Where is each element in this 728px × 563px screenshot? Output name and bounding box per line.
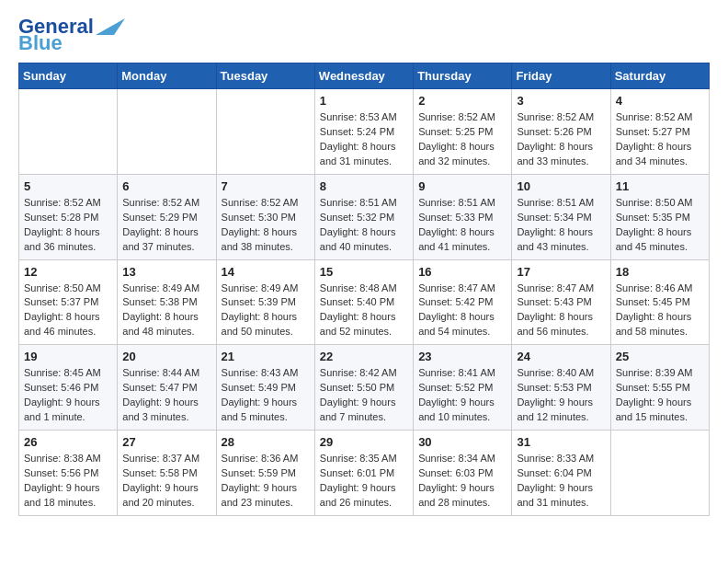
day-number: 17	[517, 265, 605, 279]
day-info: Sunrise: 8:40 AMSunset: 5:53 PMDaylight:…	[517, 366, 605, 425]
day-cell: 4Sunrise: 8:52 AMSunset: 5:27 PMDaylight…	[610, 89, 709, 175]
day-cell: 13Sunrise: 8:49 AMSunset: 5:38 PMDayligh…	[118, 259, 216, 345]
weekday-label-saturday: Saturday	[610, 63, 709, 89]
day-number: 12	[24, 265, 112, 279]
day-number: 26	[24, 435, 112, 449]
day-cell: 5Sunrise: 8:52 AMSunset: 5:28 PMDaylight…	[19, 174, 118, 259]
day-cell: 18Sunrise: 8:46 AMSunset: 5:45 PMDayligh…	[610, 259, 709, 345]
svg-marker-0	[96, 18, 125, 35]
day-cell: 24Sunrise: 8:40 AMSunset: 5:53 PMDayligh…	[512, 345, 610, 431]
day-number: 3	[517, 94, 605, 108]
day-info: Sunrise: 8:41 AMSunset: 5:52 PMDaylight:…	[418, 366, 506, 425]
day-info: Sunrise: 8:50 AMSunset: 5:35 PMDaylight:…	[616, 196, 704, 255]
day-cell: 29Sunrise: 8:35 AMSunset: 6:01 PMDayligh…	[314, 431, 413, 516]
day-info: Sunrise: 8:49 AMSunset: 5:38 PMDaylight:…	[122, 282, 210, 340]
calendar-body: 1Sunrise: 8:53 AMSunset: 5:24 PMDaylight…	[19, 89, 710, 516]
weekday-label-monday: Monday	[118, 63, 216, 89]
header: General Blue	[18, 17, 710, 53]
day-number: 11	[616, 179, 704, 193]
day-info: Sunrise: 8:47 AMSunset: 5:43 PMDaylight:…	[517, 282, 605, 340]
day-info: Sunrise: 8:38 AMSunset: 5:56 PMDaylight:…	[24, 452, 112, 511]
day-cell	[19, 89, 118, 175]
day-cell: 12Sunrise: 8:50 AMSunset: 5:37 PMDayligh…	[19, 259, 118, 345]
day-info: Sunrise: 8:48 AMSunset: 5:40 PMDaylight:…	[320, 282, 408, 340]
day-number: 8	[320, 179, 408, 193]
day-number: 27	[122, 435, 210, 449]
weekday-label-wednesday: Wednesday	[314, 63, 413, 89]
day-cell: 3Sunrise: 8:52 AMSunset: 5:26 PMDaylight…	[512, 89, 610, 175]
day-number: 21	[222, 350, 310, 363]
day-info: Sunrise: 8:39 AMSunset: 5:55 PMDaylight:…	[616, 366, 704, 425]
day-info: Sunrise: 8:33 AMSunset: 6:04 PMDaylight:…	[517, 452, 605, 511]
calendar-table: SundayMondayTuesdayWednesdayThursdayFrid…	[18, 63, 710, 516]
week-row-3: 12Sunrise: 8:50 AMSunset: 5:37 PMDayligh…	[19, 259, 710, 345]
day-info: Sunrise: 8:45 AMSunset: 5:46 PMDaylight:…	[24, 366, 112, 425]
day-cell: 31Sunrise: 8:33 AMSunset: 6:04 PMDayligh…	[512, 431, 610, 516]
day-cell: 22Sunrise: 8:42 AMSunset: 5:50 PMDayligh…	[314, 345, 413, 431]
day-cell: 7Sunrise: 8:52 AMSunset: 5:30 PMDaylight…	[216, 174, 314, 259]
weekday-header-row: SundayMondayTuesdayWednesdayThursdayFrid…	[19, 63, 710, 89]
day-info: Sunrise: 8:34 AMSunset: 6:03 PMDaylight:…	[418, 452, 506, 511]
day-info: Sunrise: 8:52 AMSunset: 5:27 PMDaylight:…	[616, 110, 704, 169]
logo-icon	[96, 17, 125, 37]
day-number: 5	[24, 179, 112, 193]
day-cell: 16Sunrise: 8:47 AMSunset: 5:42 PMDayligh…	[414, 259, 512, 345]
day-number: 10	[517, 179, 605, 193]
day-info: Sunrise: 8:43 AMSunset: 5:49 PMDaylight:…	[222, 366, 310, 425]
day-cell: 27Sunrise: 8:37 AMSunset: 5:58 PMDayligh…	[118, 431, 216, 516]
day-number: 23	[418, 350, 506, 363]
day-number: 18	[616, 265, 704, 279]
weekday-label-friday: Friday	[512, 63, 610, 89]
day-number: 24	[517, 350, 605, 363]
week-row-2: 5Sunrise: 8:52 AMSunset: 5:28 PMDaylight…	[19, 174, 710, 259]
day-number: 4	[616, 94, 704, 108]
day-cell: 17Sunrise: 8:47 AMSunset: 5:43 PMDayligh…	[512, 259, 610, 345]
day-cell: 8Sunrise: 8:51 AMSunset: 5:32 PMDaylight…	[314, 174, 413, 259]
day-cell: 21Sunrise: 8:43 AMSunset: 5:49 PMDayligh…	[216, 345, 314, 431]
day-info: Sunrise: 8:52 AMSunset: 5:30 PMDaylight:…	[222, 196, 310, 255]
day-cell: 2Sunrise: 8:52 AMSunset: 5:25 PMDaylight…	[414, 89, 512, 175]
day-number: 16	[418, 265, 506, 279]
day-info: Sunrise: 8:53 AMSunset: 5:24 PMDaylight:…	[320, 110, 408, 169]
day-info: Sunrise: 8:52 AMSunset: 5:29 PMDaylight:…	[122, 196, 210, 255]
day-cell: 15Sunrise: 8:48 AMSunset: 5:40 PMDayligh…	[314, 259, 413, 345]
day-cell: 25Sunrise: 8:39 AMSunset: 5:55 PMDayligh…	[610, 345, 709, 431]
day-cell	[610, 431, 709, 516]
day-number: 13	[122, 265, 210, 279]
day-number: 25	[616, 350, 704, 363]
day-info: Sunrise: 8:35 AMSunset: 6:01 PMDaylight:…	[320, 452, 408, 511]
day-cell: 6Sunrise: 8:52 AMSunset: 5:29 PMDaylight…	[118, 174, 216, 259]
week-row-1: 1Sunrise: 8:53 AMSunset: 5:24 PMDaylight…	[19, 89, 710, 175]
day-info: Sunrise: 8:52 AMSunset: 5:26 PMDaylight:…	[517, 110, 605, 169]
day-info: Sunrise: 8:51 AMSunset: 5:33 PMDaylight:…	[418, 196, 506, 255]
day-info: Sunrise: 8:49 AMSunset: 5:39 PMDaylight:…	[222, 282, 310, 340]
day-info: Sunrise: 8:36 AMSunset: 5:59 PMDaylight:…	[222, 452, 310, 511]
day-number: 28	[222, 435, 310, 449]
day-info: Sunrise: 8:42 AMSunset: 5:50 PMDaylight:…	[320, 366, 408, 425]
day-number: 14	[222, 265, 310, 279]
day-cell: 9Sunrise: 8:51 AMSunset: 5:33 PMDaylight…	[414, 174, 512, 259]
day-info: Sunrise: 8:37 AMSunset: 5:58 PMDaylight:…	[122, 452, 210, 511]
day-cell: 26Sunrise: 8:38 AMSunset: 5:56 PMDayligh…	[19, 431, 118, 516]
logo-blue: Blue	[18, 33, 63, 53]
day-info: Sunrise: 8:46 AMSunset: 5:45 PMDaylight:…	[616, 282, 704, 340]
day-cell: 11Sunrise: 8:50 AMSunset: 5:35 PMDayligh…	[610, 174, 709, 259]
day-number: 1	[320, 94, 408, 108]
day-number: 15	[320, 265, 408, 279]
weekday-label-sunday: Sunday	[19, 63, 118, 89]
week-row-5: 26Sunrise: 8:38 AMSunset: 5:56 PMDayligh…	[19, 431, 710, 516]
day-number: 9	[418, 179, 506, 193]
day-cell: 20Sunrise: 8:44 AMSunset: 5:47 PMDayligh…	[118, 345, 216, 431]
day-number: 19	[24, 350, 112, 363]
day-cell: 1Sunrise: 8:53 AMSunset: 5:24 PMDaylight…	[314, 89, 413, 175]
day-cell	[216, 89, 314, 175]
day-number: 2	[418, 94, 506, 108]
day-number: 6	[122, 179, 210, 193]
day-info: Sunrise: 8:51 AMSunset: 5:32 PMDaylight:…	[320, 196, 408, 255]
weekday-label-tuesday: Tuesday	[216, 63, 314, 89]
day-info: Sunrise: 8:47 AMSunset: 5:42 PMDaylight:…	[418, 282, 506, 340]
day-number: 22	[320, 350, 408, 363]
page: General Blue SundayMondayTuesdayWednesda…	[0, 0, 728, 533]
day-number: 29	[320, 435, 408, 449]
day-info: Sunrise: 8:44 AMSunset: 5:47 PMDaylight:…	[122, 366, 210, 425]
